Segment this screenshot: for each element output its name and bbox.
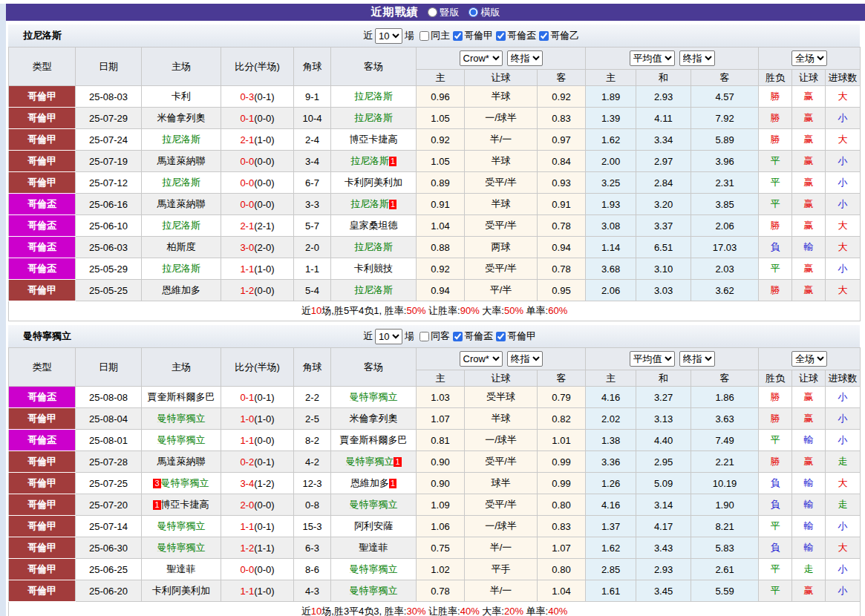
avg-away-odds: 2.06 [691, 215, 759, 237]
league-filter[interactable]: 哥倫盃 [450, 330, 493, 343]
league-filter[interactable]: 哥倫乙 [536, 29, 579, 42]
home-team-name: 卡利 [172, 91, 191, 102]
home-team: 米倫拿列奧 [142, 108, 221, 129]
home-team-name: 曼特寧獨立 [157, 520, 206, 531]
away-team-name: 拉尼洛斯 [354, 91, 393, 102]
result-handicap: 赢 [792, 172, 826, 194]
average-select[interactable]: 平均值 [630, 351, 675, 367]
league-filter-checkbox[interactable] [453, 332, 463, 341]
league-filter-checkbox[interactable] [453, 31, 463, 41]
view-horizontal-radio[interactable] [469, 7, 478, 17]
result-handicap: 赢 [792, 215, 826, 237]
result-goals: 小 [826, 194, 861, 215]
away-team-name: 皇家桑坦德 [350, 220, 398, 231]
league-filters: 同主哥倫甲哥倫盃哥倫乙 [417, 29, 579, 42]
league-filter[interactable]: 同主 [417, 29, 450, 42]
league-badge: 哥倫甲 [9, 559, 76, 580]
average-select[interactable]: 平均值 [630, 50, 675, 66]
games-count-select[interactable]: 10 [375, 28, 402, 44]
final-index-select[interactable]: 终指 [507, 50, 543, 66]
match-score: 1-1(1-0) [221, 258, 294, 280]
col-avg-draw: 和 [636, 370, 691, 387]
league-badge: 哥倫盃 [9, 387, 76, 408]
league-filter[interactable]: 同客 [417, 330, 450, 343]
final-index-select-2[interactable]: 终指 [679, 351, 715, 367]
away-team: 曼特寧獨立 [331, 494, 417, 516]
handicap-away-odds: 0.80 [538, 559, 586, 580]
col-home: 主场 [142, 47, 221, 86]
avg-away-odds: 1.86 [691, 387, 759, 408]
corner-count: 12-3 [294, 473, 331, 494]
bookmaker-select[interactable]: Crow* [460, 50, 503, 66]
bookmaker-select[interactable]: Crow* [460, 351, 503, 367]
away-team-name: 拉尼洛斯 [354, 112, 393, 123]
match-row: 哥倫盃25-08-01曼特寧獨立1-1(0-0)8-2賈奎斯科爾多巴0.81一/… [9, 430, 861, 451]
avg-home-odds: 1.39 [586, 108, 636, 129]
games-count-select[interactable]: 10 [375, 329, 402, 344]
view-horizontal-option[interactable]: 橫版 [469, 6, 500, 19]
col-avg-draw: 和 [636, 70, 691, 86]
games-suffix-label: 場 [405, 29, 414, 42]
final-index-select[interactable]: 终指 [507, 351, 543, 367]
match-row: 哥倫甲25-08-03卡利0-3(0-1)9-1拉尼洛斯0.96半球0.921.… [9, 86, 861, 108]
league-badge: 哥倫甲 [9, 516, 76, 537]
league-filter-checkbox[interactable] [496, 332, 506, 341]
home-team-name: 拉尼洛斯 [162, 134, 200, 145]
league-filter[interactable]: 哥倫甲 [493, 330, 536, 343]
league-filter-checkbox[interactable] [496, 31, 506, 41]
handicap-line: 球半 [465, 473, 538, 494]
avg-away-odds: 5.89 [691, 129, 759, 151]
league-filter-checkbox[interactable] [420, 31, 429, 41]
avg-home-odds: 4.16 [586, 387, 636, 408]
result-outcome: 平 [759, 172, 792, 194]
col-handicap-home: 主 [417, 370, 465, 387]
avg-draw-odds: 4.40 [636, 430, 691, 451]
handicap-line: 半球 [465, 86, 538, 108]
bookmaker-select-group: Crow*终指 [417, 47, 586, 70]
corner-count: 4-3 [294, 580, 331, 602]
match-row: 哥倫甲25-05-25恩維加多1-2(0-0)5-4拉尼洛斯0.94平/半0.9… [9, 280, 861, 301]
view-vertical-option[interactable]: 豎版 [428, 6, 460, 19]
home-team-name: 馬達萊納聯 [157, 456, 206, 467]
scope-select[interactable]: 全场 [791, 50, 827, 66]
match-date: 25-07-14 [76, 516, 142, 537]
league-filter-checkbox[interactable] [420, 332, 429, 341]
home-team-name: 馬達萊納聯 [157, 155, 206, 166]
match-row: 哥倫甲25-06-30曼特寧獨立1-2(1-1)6-3聖達菲0.75半/一1.0… [9, 537, 861, 559]
league-filter[interactable]: 哥倫甲 [450, 29, 493, 42]
match-score: 1-2(1-1) [221, 537, 294, 559]
view-vertical-radio[interactable] [428, 7, 437, 17]
result-handicap: 赢 [792, 129, 826, 151]
handicap-line: 受平/半 [465, 494, 538, 516]
home-team-name: 拉尼洛斯 [162, 177, 200, 188]
home-team: 馬達萊納聯 [142, 151, 221, 172]
result-outcome: 勝 [759, 86, 792, 108]
corner-count: 15-3 [294, 516, 331, 537]
avg-home-odds: 1.38 [586, 430, 636, 451]
away-team-name: 賈奎斯科爾多巴 [340, 434, 408, 445]
away-team: 阿利安薩 [331, 516, 417, 537]
league-badge: 哥倫甲 [9, 86, 76, 108]
page-title: 近期戰績 [371, 5, 419, 19]
summary-segment: 20% [504, 606, 523, 616]
result-goals: 大 [826, 129, 861, 151]
corner-count: 8-6 [294, 559, 331, 580]
final-index-select-2[interactable]: 终指 [679, 50, 715, 66]
league-filter[interactable]: 哥倫盃 [493, 29, 536, 42]
handicap-away-odds: 0.84 [538, 151, 586, 172]
handicap-away-odds: 0.79 [538, 387, 586, 408]
league-filter-checkbox[interactable] [539, 31, 549, 41]
col-score: 比分(半场) [221, 47, 294, 86]
away-team: 拉尼洛斯 [331, 280, 417, 301]
scope-select[interactable]: 全场 [791, 351, 827, 367]
summary-segment: 单率: [523, 305, 548, 316]
handicap-home-odds: 0.96 [417, 86, 465, 108]
away-team: 曼特寧獨立 [331, 559, 417, 580]
away-team-name: 阿利安薩 [354, 520, 393, 531]
team-section: 拉尼洛斯 近 10 場 同主哥倫甲哥倫盃哥倫乙 类型 日期 主场 比分(半场 [6, 24, 865, 321]
result-goals: 大 [826, 86, 861, 108]
handicap-home-odds: 0.91 [417, 194, 465, 215]
match-date: 25-06-20 [76, 580, 142, 602]
corner-count: 6-7 [294, 172, 331, 194]
avg-home-odds: 3.08 [586, 215, 636, 237]
